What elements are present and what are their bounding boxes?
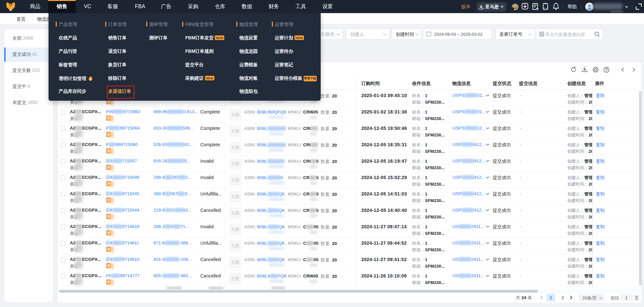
svg-text:a: a [480, 3, 482, 9]
